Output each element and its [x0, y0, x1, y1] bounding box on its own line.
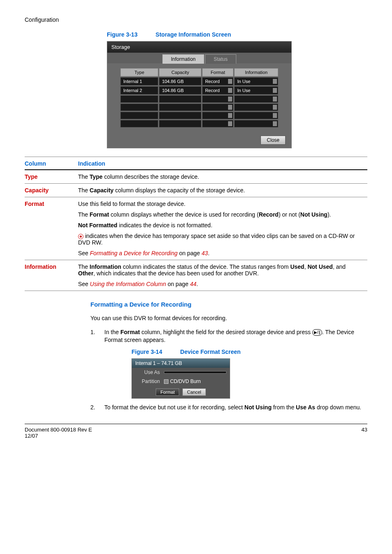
paragraph: You can use this DVR to format devices f… [90, 314, 367, 323]
step-body: To format the device but not use it for … [104, 404, 367, 412]
text-bold: Used [290, 263, 304, 270]
text: The Format column displays whether the d… [78, 211, 363, 218]
text: Use this field to format the storage dev… [78, 201, 363, 207]
table-row-empty [120, 104, 278, 111]
figure-2-title: Device Format Screen [180, 349, 241, 355]
text-bold: Use As [296, 404, 315, 411]
cross-ref-link[interactable]: Formatting a Device for Recording [90, 250, 178, 256]
partition-value-wrap: CD/DVD Burn [164, 379, 226, 384]
definition-row-type: Type The Type column describes the stora… [25, 170, 367, 184]
text-bold: Information [90, 263, 121, 270]
close-button[interactable]: Close [261, 136, 286, 145]
footer-left: Document 800-00918 Rev E 12/07 [25, 427, 92, 439]
subheading-formatting: Formatting a Device for Recording [90, 301, 367, 308]
cell-format-dropdown[interactable] [202, 120, 233, 127]
def-label-format: Format [25, 197, 78, 260]
page-footer: Document 800-00918 Rev E 12/07 43 [25, 424, 367, 439]
text: column displays whether the device is us… [109, 211, 258, 218]
text-bold: Format [120, 329, 140, 335]
text: ). [327, 211, 331, 218]
cross-ref-page[interactable]: 43 [201, 250, 208, 256]
text-bold: Capacity [90, 187, 113, 194]
def-label-capacity: Capacity [25, 184, 78, 197]
text: See [78, 250, 90, 256]
partition-row: Partition CD/DVD Burn [132, 377, 230, 386]
definitions-header-row: Column Indication [25, 157, 367, 170]
device-format-screenshot: Internal 1 – 74.71 GB Use As Partition C… [131, 358, 230, 399]
text: . [208, 250, 210, 256]
def-label-type: Type [25, 170, 78, 184]
text: The Information column indicates the sta… [78, 263, 363, 277]
text: column, highlight the field for the desi… [140, 329, 312, 335]
step-number: 1. [90, 328, 98, 344]
text: indicates the device is not formatted. [118, 222, 212, 229]
storage-window-title: Storage [107, 42, 291, 53]
cell-format-dropdown[interactable]: Record [202, 77, 233, 85]
definition-row-capacity: Capacity The Capacity column displays th… [25, 184, 367, 197]
table-row: Internal 2 104.86 GB Record In Use [120, 86, 278, 95]
def-label-information: Information [25, 260, 78, 291]
text: on page [166, 281, 190, 287]
text: column describes the storage device. [103, 173, 199, 180]
record-icon [78, 234, 83, 239]
table-row-empty [120, 120, 278, 127]
text: In the [104, 329, 120, 335]
text: on page [178, 250, 201, 256]
text: To format the device but not use it for … [104, 404, 244, 411]
def-text-format: Use this field to format the storage dev… [78, 197, 367, 260]
text: column indicates the status of the devic… [121, 263, 290, 270]
cell-format-dropdown[interactable] [202, 104, 233, 111]
column-definitions-table: Column Indication Type The Type column d… [25, 157, 367, 291]
cross-ref-link[interactable]: Using the Information Column [90, 281, 166, 287]
def-text-type: The Type column describes the storage de… [78, 170, 367, 184]
cell-information-dropdown[interactable] [234, 104, 278, 111]
text: See Formatting a Device for Recording on… [78, 250, 363, 256]
cell-information-dropdown[interactable] [234, 112, 278, 119]
cell-format-dropdown[interactable]: Record [202, 86, 233, 95]
figure-1-label: Figure 3-13 [107, 31, 138, 38]
step-body: In the Format column, highlight the fiel… [104, 328, 367, 344]
text: See [78, 281, 90, 287]
cell-information-dropdown[interactable] [234, 95, 278, 103]
text: drop down menu. [315, 404, 361, 411]
def-text-capacity: The Capacity column displays the capacit… [78, 184, 367, 197]
text: Not Formatted indicates the device is no… [78, 222, 363, 229]
table-row-empty [120, 112, 278, 119]
figure-1-caption: Figure 3-13 Storage Information Screen [107, 31, 367, 38]
cancel-button[interactable]: Cancel [182, 388, 205, 396]
step-number: 2. [90, 404, 98, 412]
text: The [78, 173, 90, 180]
table-header-row: Type Capacity Format Information [120, 68, 278, 76]
text: The [78, 187, 90, 194]
cross-ref-page[interactable]: 44 [190, 281, 196, 287]
tab-information[interactable]: Information [162, 54, 204, 64]
text: The [78, 263, 90, 270]
cell-information-dropdown[interactable]: In Use [234, 86, 278, 95]
use-as-row: Use As [132, 368, 230, 377]
text: indicates when the device has temporary … [78, 233, 363, 246]
use-as-dropdown[interactable] [164, 371, 226, 374]
cell-format-dropdown[interactable] [202, 95, 233, 103]
partition-label: Partition [135, 379, 164, 384]
text-bold: Not Formatted [78, 222, 118, 229]
format-button[interactable]: Format [156, 388, 179, 396]
definition-row-information: Information The Information column indic… [25, 260, 367, 291]
text: , and [333, 263, 346, 270]
partition-checkbox[interactable] [164, 379, 168, 384]
cell-format-dropdown[interactable] [202, 112, 233, 119]
tab-status[interactable]: Status [205, 54, 236, 64]
document-id: Document 800-00918 Rev E [25, 427, 92, 433]
cell-type: Internal 2 [120, 86, 158, 95]
text-bold: Not Using [244, 404, 272, 411]
text-bold: Not Using [300, 211, 327, 218]
text: column displays the capacity of the stor… [113, 187, 245, 194]
step-2: 2. To format the device but not use it f… [90, 404, 367, 412]
cell-type: Internal 1 [120, 77, 158, 85]
storage-tabs: Information Status [107, 53, 291, 63]
storage-device-table: Type Capacity Format Information Interna… [120, 67, 279, 128]
cell-information-dropdown[interactable] [234, 120, 278, 127]
col-capacity: Capacity [159, 68, 201, 76]
text: The [78, 211, 90, 218]
table-row: Internal 1 104.86 GB Record In Use [120, 77, 278, 85]
cell-information-dropdown[interactable]: In Use [234, 77, 278, 85]
